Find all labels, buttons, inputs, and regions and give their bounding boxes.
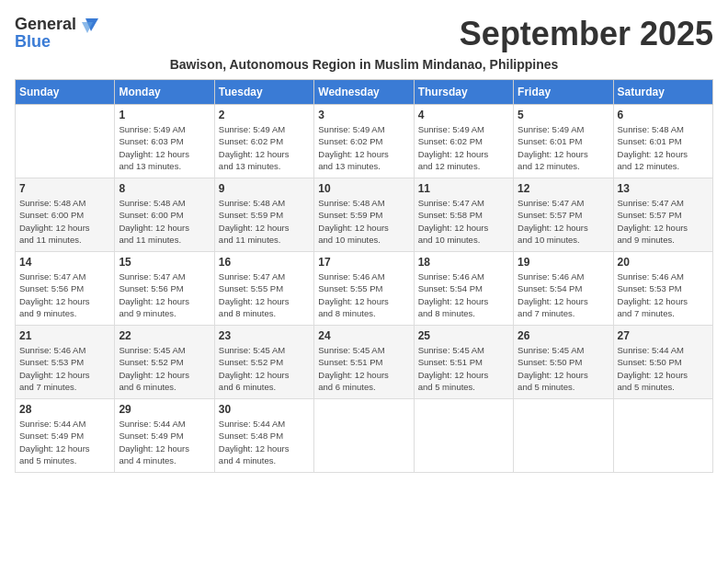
day-number: 26 [518,329,609,342]
day-number: 11 [418,182,509,195]
calendar-cell: 12Sunrise: 5:47 AM Sunset: 5:57 PM Dayli… [514,178,613,252]
day-detail: Sunrise: 5:46 AM Sunset: 5:54 PM Dayligh… [418,270,509,319]
month-title: September 2025 [460,15,713,53]
calendar-cell: 11Sunrise: 5:47 AM Sunset: 5:58 PM Dayli… [414,178,513,252]
calendar-cell [16,105,115,178]
calendar-cell: 24Sunrise: 5:45 AM Sunset: 5:51 PM Dayli… [314,326,414,399]
calendar-cell: 16Sunrise: 5:47 AM Sunset: 5:55 PM Dayli… [214,252,313,326]
day-number: 15 [119,256,210,269]
calendar-cell: 26Sunrise: 5:45 AM Sunset: 5:50 PM Dayli… [514,326,613,399]
day-number: 29 [119,403,210,416]
day-number: 7 [19,182,110,195]
day-number: 16 [219,256,310,269]
subtitle: Bawison, Autonomous Region in Muslim Min… [15,57,713,72]
calendar-cell: 15Sunrise: 5:47 AM Sunset: 5:56 PM Dayli… [115,252,214,326]
logo-blue: Blue [15,33,98,52]
day-number: 17 [318,256,409,269]
calendar-cell: 21Sunrise: 5:46 AM Sunset: 5:53 PM Dayli… [16,326,115,399]
day-detail: Sunrise: 5:46 AM Sunset: 5:54 PM Dayligh… [518,270,609,319]
calendar-cell: 17Sunrise: 5:46 AM Sunset: 5:55 PM Dayli… [314,252,414,326]
calendar-cell: 23Sunrise: 5:45 AM Sunset: 5:52 PM Dayli… [214,326,313,399]
day-detail: Sunrise: 5:46 AM Sunset: 5:55 PM Dayligh… [318,270,409,319]
day-detail: Sunrise: 5:49 AM Sunset: 6:02 PM Dayligh… [418,123,509,172]
calendar-cell: 9Sunrise: 5:48 AM Sunset: 5:59 PM Daylig… [214,178,313,252]
calendar-cell: 19Sunrise: 5:46 AM Sunset: 5:54 PM Dayli… [514,252,613,326]
day-number: 4 [418,109,509,121]
calendar-header-cell: Monday [115,80,214,105]
logo-text: General Blue [15,15,98,52]
calendar-cell: 30Sunrise: 5:44 AM Sunset: 5:48 PM Dayli… [214,399,313,473]
calendar-week-row: 21Sunrise: 5:46 AM Sunset: 5:53 PM Dayli… [16,326,713,399]
calendar-week-row: 1Sunrise: 5:49 AM Sunset: 6:03 PM Daylig… [16,105,713,178]
day-detail: Sunrise: 5:44 AM Sunset: 5:49 PM Dayligh… [19,418,110,466]
calendar-header-row: SundayMondayTuesdayWednesdayThursdayFrid… [16,80,713,105]
day-number: 9 [219,182,310,195]
day-detail: Sunrise: 5:47 AM Sunset: 5:57 PM Dayligh… [518,197,609,246]
day-number: 10 [318,182,409,195]
day-number: 23 [219,329,310,342]
calendar-body: 1Sunrise: 5:49 AM Sunset: 6:03 PM Daylig… [16,105,713,473]
day-number: 5 [518,109,609,121]
logo: General Blue [15,15,98,52]
calendar-cell: 1Sunrise: 5:49 AM Sunset: 6:03 PM Daylig… [115,105,214,178]
day-number: 18 [418,256,509,269]
header: General Blue September 2025 [15,15,713,53]
day-detail: Sunrise: 5:49 AM Sunset: 6:02 PM Dayligh… [219,123,310,172]
day-number: 24 [318,329,409,342]
day-number: 2 [219,109,310,121]
day-number: 20 [618,256,709,269]
day-number: 19 [518,256,609,269]
calendar-cell: 28Sunrise: 5:44 AM Sunset: 5:49 PM Dayli… [16,399,115,473]
logo-general: General [15,16,76,34]
day-number: 28 [19,403,110,416]
day-number: 1 [119,109,210,121]
day-detail: Sunrise: 5:44 AM Sunset: 5:50 PM Dayligh… [618,344,709,393]
calendar-cell: 10Sunrise: 5:48 AM Sunset: 5:59 PM Dayli… [314,178,414,252]
day-detail: Sunrise: 5:45 AM Sunset: 5:51 PM Dayligh… [318,344,409,393]
day-detail: Sunrise: 5:47 AM Sunset: 5:56 PM Dayligh… [119,270,210,319]
calendar-cell: 13Sunrise: 5:47 AM Sunset: 5:57 PM Dayli… [613,178,712,252]
day-detail: Sunrise: 5:48 AM Sunset: 6:00 PM Dayligh… [119,197,210,246]
day-detail: Sunrise: 5:45 AM Sunset: 5:52 PM Dayligh… [219,344,310,393]
day-number: 6 [618,109,709,121]
day-detail: Sunrise: 5:47 AM Sunset: 5:55 PM Dayligh… [219,270,310,319]
day-number: 14 [19,256,110,269]
calendar-cell [414,399,513,473]
day-detail: Sunrise: 5:47 AM Sunset: 5:58 PM Dayligh… [418,197,509,246]
calendar-cell: 4Sunrise: 5:49 AM Sunset: 6:02 PM Daylig… [414,105,513,178]
day-detail: Sunrise: 5:49 AM Sunset: 6:02 PM Dayligh… [318,123,409,172]
day-number: 8 [119,182,210,195]
calendar-cell: 29Sunrise: 5:44 AM Sunset: 5:49 PM Dayli… [115,399,214,473]
calendar-cell: 7Sunrise: 5:48 AM Sunset: 6:00 PM Daylig… [16,178,115,252]
day-number: 25 [418,329,509,342]
day-detail: Sunrise: 5:49 AM Sunset: 6:03 PM Dayligh… [119,123,210,172]
calendar-header-cell: Sunday [16,80,115,105]
calendar-week-row: 28Sunrise: 5:44 AM Sunset: 5:49 PM Dayli… [16,399,713,473]
calendar-header-cell: Friday [514,80,613,105]
day-detail: Sunrise: 5:48 AM Sunset: 5:59 PM Dayligh… [219,197,310,246]
day-number: 12 [518,182,609,195]
calendar-cell: 3Sunrise: 5:49 AM Sunset: 6:02 PM Daylig… [314,105,414,178]
calendar-cell [314,399,414,473]
calendar-cell: 22Sunrise: 5:45 AM Sunset: 5:52 PM Dayli… [115,326,214,399]
logo-icon [78,15,98,35]
day-detail: Sunrise: 5:49 AM Sunset: 6:01 PM Dayligh… [518,123,609,172]
calendar-week-row: 7Sunrise: 5:48 AM Sunset: 6:00 PM Daylig… [16,178,713,252]
day-number: 3 [318,109,409,121]
day-number: 27 [618,329,709,342]
calendar-cell [514,399,613,473]
calendar-cell: 27Sunrise: 5:44 AM Sunset: 5:50 PM Dayli… [613,326,712,399]
day-number: 30 [219,403,310,416]
calendar-header-cell: Tuesday [214,80,313,105]
calendar-table: SundayMondayTuesdayWednesdayThursdayFrid… [15,79,713,473]
day-number: 22 [119,329,210,342]
day-number: 21 [19,329,110,342]
calendar-cell: 8Sunrise: 5:48 AM Sunset: 6:00 PM Daylig… [115,178,214,252]
calendar-header-cell: Saturday [613,80,712,105]
calendar-cell: 18Sunrise: 5:46 AM Sunset: 5:54 PM Dayli… [414,252,513,326]
day-detail: Sunrise: 5:44 AM Sunset: 5:48 PM Dayligh… [219,418,310,466]
calendar-cell: 25Sunrise: 5:45 AM Sunset: 5:51 PM Dayli… [414,326,513,399]
day-detail: Sunrise: 5:47 AM Sunset: 5:56 PM Dayligh… [19,270,110,319]
day-detail: Sunrise: 5:45 AM Sunset: 5:50 PM Dayligh… [518,344,609,393]
day-detail: Sunrise: 5:45 AM Sunset: 5:52 PM Dayligh… [119,344,210,393]
